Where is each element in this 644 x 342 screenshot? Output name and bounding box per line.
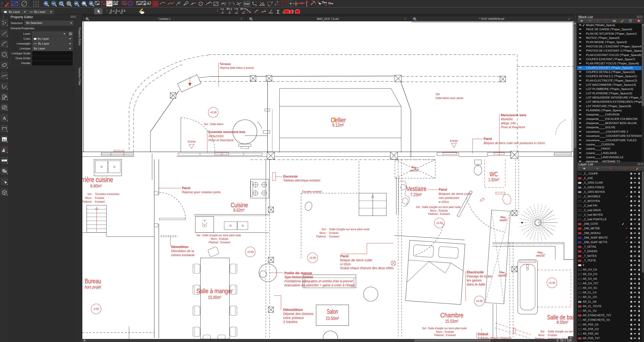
- svg-text:By Layer: By Layer: [9, 10, 20, 14]
- svg-text:Plafond :: Plafond :: [535, 337, 546, 339]
- svg-text:entre poteaux: entre poteaux: [283, 316, 304, 320]
- svg-text:Paroi: Paroi: [340, 254, 349, 258]
- svg-text:Dalle d'argile sur terre plein: Dalle d'argile sur terre plein isolé: [548, 330, 574, 333]
- svg-text:Murs : Enduits: Murs : Enduits: [430, 209, 448, 212]
- svg-text:Sol: Sol: [436, 93, 440, 96]
- svg-text:Enduits: Enduits: [95, 196, 104, 199]
- svg-text:Entrée: Entrée: [188, 140, 196, 143]
- svg-text:Sol : Dalle d'argile sur terre: Sol : Dalle d'argile sur terre plein iso…: [422, 327, 467, 330]
- svg-text:Briques de terre cuite: Briques de terre cuite: [439, 192, 472, 196]
- svg-text:Dépose des cloisons: Dépose des cloisons: [283, 312, 314, 315]
- svg-text:les gaines: les gaines: [467, 278, 482, 282]
- svg-text:@r<α: @r<α: [240, 7, 246, 10]
- svg-text:non porteuses: non porteuses: [439, 196, 459, 200]
- svg-text:Plafond :: Plafond :: [82, 200, 93, 203]
- svg-text:a: a: [262, 3, 263, 6]
- svg-text:Sol :: Sol :: [540, 330, 546, 333]
- svg-text:1: 1: [228, 1, 230, 4]
- svg-text:Chambre: Chambre: [440, 311, 464, 319]
- svg-text:brique de terre cuite: brique de terre cuite: [340, 258, 372, 262]
- svg-text:Plac.: Plac.: [412, 166, 417, 169]
- svg-text:Enduits: Enduits: [329, 231, 338, 234]
- svg-text:WC: WC: [490, 170, 498, 178]
- svg-text:évacuation via plancher + gain: évacuation via plancher + gaine à créer …: [284, 283, 355, 287]
- svg-text:x,y: x,y: [220, 7, 224, 10]
- svg-text:Passage de toutes: Passage de toutes: [467, 274, 492, 278]
- svg-text:+0.00: +0.00: [548, 281, 556, 284]
- svg-text:2: 2: [272, 1, 273, 4]
- svg-text:e=10cm: e=10cm: [340, 262, 351, 266]
- svg-text:Pose et fourniture: Pose et fourniture: [208, 138, 234, 142]
- svg-text:Dalle béton avec pente: Dalle béton avec pente: [436, 97, 463, 100]
- svg-text:Poêle de masse: Poêle de masse: [284, 271, 312, 275]
- svg-text:e=10cm: e=10cm: [439, 200, 449, 204]
- svg-text:Paroi: Paroi: [182, 186, 190, 190]
- svg-text:Démolition: Démolition: [283, 308, 303, 311]
- svg-text:Sol : Dalle d'argile sur terre: Sol : Dalle d'argile sur terre plein iso…: [196, 234, 241, 237]
- svg-text:Reprise dalle béton à prévoir: Reprise dalle béton à prévoir: [220, 66, 254, 69]
- svg-text:1: 1: [268, 4, 270, 7]
- svg-text:Plac.: Plac.: [500, 271, 505, 274]
- svg-text:Menuiserie bois: Menuiserie bois: [501, 113, 526, 117]
- svg-text:+0.00: +0.00: [436, 222, 443, 224]
- svg-text:Murs :: Murs :: [538, 333, 546, 336]
- svg-text:Sol :: Sol :: [322, 228, 327, 231]
- svg-text:Murs : Enduits: Murs : Enduits: [210, 237, 228, 240]
- svg-text:Vestiaire: Vestiaire: [406, 185, 426, 192]
- svg-text:Paroi: Paroi: [439, 188, 447, 191]
- svg-text:Électricité: Électricité: [283, 175, 298, 178]
- svg-text:Plafond : Existant: Plafond : Existant: [428, 212, 450, 215]
- svg-text:9.12m²: 9.12m²: [332, 123, 344, 128]
- svg-text:Existant: Existant: [95, 200, 105, 203]
- svg-text:Plafond :: Plafond :: [316, 235, 327, 238]
- svg-text:Murs :: Murs :: [85, 196, 93, 199]
- svg-text:2: 2: [276, 1, 278, 3]
- svg-text:Plafond : Existant: Plafond : Existant: [209, 241, 230, 244]
- svg-text:-0.92: -0.92: [93, 307, 99, 310]
- svg-text:Plac.: Plac.: [500, 216, 506, 219]
- svg-text:Murs :: Murs :: [320, 231, 327, 234]
- svg-text:+0.00: +0.00: [476, 300, 483, 302]
- svg-text:23.50m²: 23.50m²: [326, 316, 339, 321]
- svg-text:Existant: Existant: [329, 235, 339, 238]
- svg-text:hors projet: hors projet: [85, 284, 101, 289]
- svg-text:15.53m²: 15.53m²: [445, 319, 458, 324]
- svg-text:Σ: Σ: [276, 9, 280, 15]
- svg-text:7.23m²: 7.23m²: [410, 192, 422, 197]
- svg-text:Murs : Enduits: Murs : Enduits: [436, 330, 454, 333]
- svg-text:By Layer: By Layer: [34, 10, 46, 14]
- svg-text:Reprise pour création porte: Reprise pour création porte: [182, 190, 221, 194]
- svg-text:Électricité: Électricité: [467, 270, 484, 274]
- svg-text:Plac.: Plac.: [538, 251, 543, 254]
- svg-text:29x145: 29x145: [536, 254, 545, 257]
- svg-text:1: 1: [274, 3, 276, 6]
- svg-text:r: r: [260, 1, 261, 4]
- svg-text:Enduit chaux chanvre des deux: Enduit chaux chanvre des deux côtés: [340, 266, 394, 270]
- svg-text:Sol : Dalle d'argile sur terre: Sol : Dalle d'argile sur terre plein iso…: [416, 205, 461, 208]
- svg-text:8.62m²: 8.62m²: [234, 208, 244, 213]
- svg-text:Sol : Dalle béton: Sol : Dalle béton: [204, 123, 224, 126]
- svg-text:+0.00: +0.00: [210, 111, 217, 114]
- svg-text:8.55m²: 8.55m²: [556, 320, 568, 325]
- svg-text:Escalier existant: Escalier existant: [302, 190, 322, 193]
- svg-text:60x282: 60x282: [498, 274, 507, 277]
- svg-text:+0.00: +0.00: [309, 256, 316, 259]
- svg-text:Démolition de la: Démolition de la: [171, 249, 194, 253]
- svg-text:Entrée: Entrée: [450, 139, 458, 142]
- svg-text:Briques de terre cuite non por: Briques de terre cuite non porteuses e=1…: [484, 141, 545, 145]
- svg-text:dans la dalle: dans la dalle: [467, 282, 485, 286]
- svg-text:2: 2: [233, 3, 234, 5]
- svg-text:Salle à manger: Salle à manger: [196, 287, 233, 294]
- svg-text:Ensemble menuiserie bois: Ensemble menuiserie bois: [208, 130, 245, 134]
- svg-text:60x120: 60x120: [410, 169, 419, 172]
- svg-text:allège 140: allège 140: [501, 122, 516, 125]
- svg-text:Sol :: Sol :: [88, 193, 93, 196]
- svg-text:Enduits chaux chanvre: Enduits chaux chanvre: [478, 336, 512, 339]
- svg-text:Pose et fourniture: Pose et fourniture: [501, 125, 525, 129]
- svg-text:6.60m²: 6.60m²: [90, 183, 102, 188]
- svg-text:Dalle d'argile sur terre plein: Dalle d'argile sur terre plein isolé: [329, 228, 370, 231]
- svg-text:Enduit: Enduit: [478, 332, 488, 336]
- svg-text:r<α: r<α: [234, 7, 238, 10]
- svg-text:293x210ht: 293x210ht: [208, 134, 224, 138]
- svg-text:15.00m²: 15.00m²: [208, 295, 221, 300]
